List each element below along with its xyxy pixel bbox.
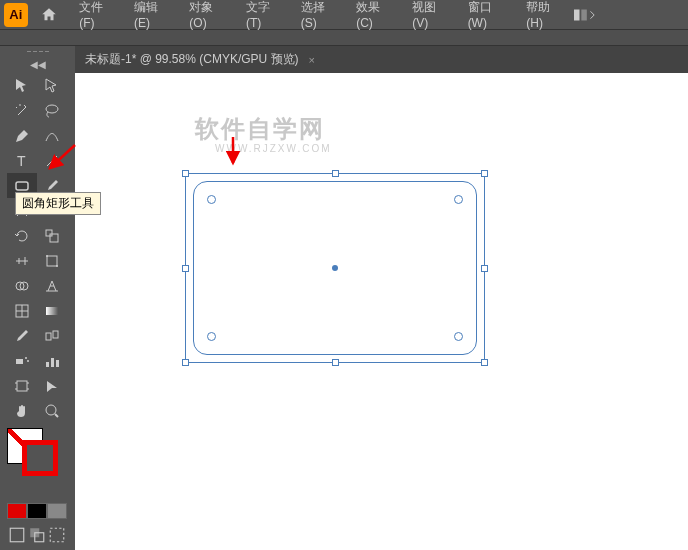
- type-tool[interactable]: T: [7, 148, 37, 173]
- symbol-sprayer-tool[interactable]: [7, 348, 37, 373]
- selection-tool[interactable]: [7, 73, 37, 98]
- app-logo: Ai: [4, 3, 28, 27]
- rotate-tool[interactable]: [7, 223, 37, 248]
- svg-line-28: [55, 414, 58, 417]
- artboard-tool[interactable]: [7, 373, 37, 398]
- canvas[interactable]: 软件自学网 WWW.RJZXW.COM: [75, 73, 688, 550]
- stroke-swatch[interactable]: [22, 440, 58, 476]
- fill-stroke-indicator[interactable]: [0, 428, 55, 473]
- annotation-arrow-1: [40, 140, 80, 180]
- annotation-arrow-2: [223, 135, 243, 170]
- svg-point-21: [25, 357, 27, 359]
- draw-normal-icon[interactable]: [7, 525, 27, 545]
- color-swatch-row: [0, 503, 75, 519]
- magic-wand-tool[interactable]: [7, 98, 37, 123]
- menu-file[interactable]: 文件(F): [71, 0, 126, 30]
- swatch-gray[interactable]: [47, 503, 67, 519]
- home-icon[interactable]: [36, 3, 64, 27]
- handle-top-left[interactable]: [182, 170, 189, 177]
- shape-builder-tool[interactable]: [7, 273, 37, 298]
- svg-rect-32: [50, 528, 64, 542]
- perspective-grid-tool[interactable]: [37, 273, 67, 298]
- svg-point-22: [27, 360, 29, 362]
- eyedropper-tool[interactable]: [7, 323, 37, 348]
- svg-rect-29: [10, 528, 24, 542]
- svg-rect-1: [582, 9, 588, 20]
- svg-rect-18: [46, 333, 51, 340]
- tool-tooltip: 圆角矩形工具: [15, 192, 101, 215]
- zoom-tool[interactable]: [37, 398, 67, 423]
- toolbox-grip[interactable]: [0, 46, 75, 56]
- width-tool[interactable]: [7, 248, 37, 273]
- svg-rect-24: [51, 358, 54, 367]
- menu-edit[interactable]: 编辑(E): [126, 0, 181, 30]
- menu-window[interactable]: 窗口(W): [460, 0, 519, 30]
- svg-rect-9: [47, 256, 57, 266]
- corner-widget-tl[interactable]: [207, 195, 216, 204]
- svg-point-10: [46, 255, 48, 257]
- tool-grid: T: [0, 73, 75, 423]
- handle-top[interactable]: [332, 170, 339, 177]
- tab-close-icon[interactable]: ×: [309, 54, 315, 66]
- menu-select[interactable]: 选择(S): [293, 0, 348, 30]
- draw-behind-icon[interactable]: [27, 525, 47, 545]
- handle-bottom-left[interactable]: [182, 359, 189, 366]
- svg-rect-25: [56, 360, 59, 367]
- column-graph-tool[interactable]: [37, 348, 67, 373]
- svg-rect-17: [46, 307, 58, 315]
- handle-right[interactable]: [481, 265, 488, 272]
- handle-bottom[interactable]: [332, 359, 339, 366]
- menu-help[interactable]: 帮助(H): [518, 0, 574, 30]
- toolbox: ◀◀ T: [0, 46, 75, 550]
- svg-rect-7: [46, 230, 52, 236]
- blend-tool[interactable]: [37, 323, 67, 348]
- svg-rect-20: [16, 359, 23, 364]
- free-transform-tool[interactable]: [37, 248, 67, 273]
- handle-bottom-right[interactable]: [481, 359, 488, 366]
- mesh-tool[interactable]: [7, 298, 37, 323]
- slice-tool[interactable]: [37, 373, 67, 398]
- handle-top-right[interactable]: [481, 170, 488, 177]
- svg-rect-26: [17, 381, 27, 391]
- corner-widget-tr[interactable]: [454, 195, 463, 204]
- menu-view[interactable]: 视图(V): [404, 0, 459, 30]
- svg-point-11: [56, 265, 58, 267]
- watermark-text: 软件自学网: [195, 113, 325, 145]
- menubar: Ai 文件(F) 编辑(E) 对象(O) 文字(T) 选择(S) 效果(C) 视…: [0, 0, 688, 29]
- swatch-black[interactable]: [27, 503, 47, 519]
- svg-rect-0: [574, 9, 580, 20]
- svg-rect-23: [46, 362, 49, 367]
- scale-tool[interactable]: [37, 223, 67, 248]
- document-tab[interactable]: 未标题-1* @ 99.58% (CMYK/GPU 预览) ×: [75, 46, 325, 73]
- pen-tool[interactable]: [7, 123, 37, 148]
- svg-rect-19: [53, 331, 58, 338]
- hand-tool[interactable]: [7, 398, 37, 423]
- svg-rect-5: [16, 182, 28, 190]
- svg-point-27: [46, 405, 56, 415]
- selected-shape[interactable]: [185, 173, 485, 363]
- tab-title: 未标题-1* @ 99.58% (CMYK/GPU 预览): [85, 51, 299, 68]
- panel-toggle-icon[interactable]: [574, 6, 598, 24]
- menu-type[interactable]: 文字(T): [238, 0, 293, 30]
- handle-left[interactable]: [182, 265, 189, 272]
- svg-text:T: T: [17, 153, 26, 169]
- lasso-tool[interactable]: [37, 98, 67, 123]
- tabbar: 未标题-1* @ 99.58% (CMYK/GPU 预览) ×: [75, 46, 688, 73]
- main-area: ◀◀ T: [0, 46, 688, 550]
- corner-widget-bl[interactable]: [207, 332, 216, 341]
- gradient-tool[interactable]: [37, 298, 67, 323]
- swatch-red[interactable]: [7, 503, 27, 519]
- toolbox-collapse-icon[interactable]: ◀◀: [0, 56, 75, 73]
- menu-effect[interactable]: 效果(C): [348, 0, 404, 30]
- corner-widget-br[interactable]: [454, 332, 463, 341]
- svg-rect-8: [50, 234, 58, 242]
- menu-object[interactable]: 对象(O): [181, 0, 238, 30]
- draw-inside-icon[interactable]: [47, 525, 67, 545]
- direct-selection-tool[interactable]: [37, 73, 67, 98]
- drawmode-row: [0, 525, 75, 545]
- center-point[interactable]: [332, 265, 338, 271]
- control-strip: [0, 29, 688, 46]
